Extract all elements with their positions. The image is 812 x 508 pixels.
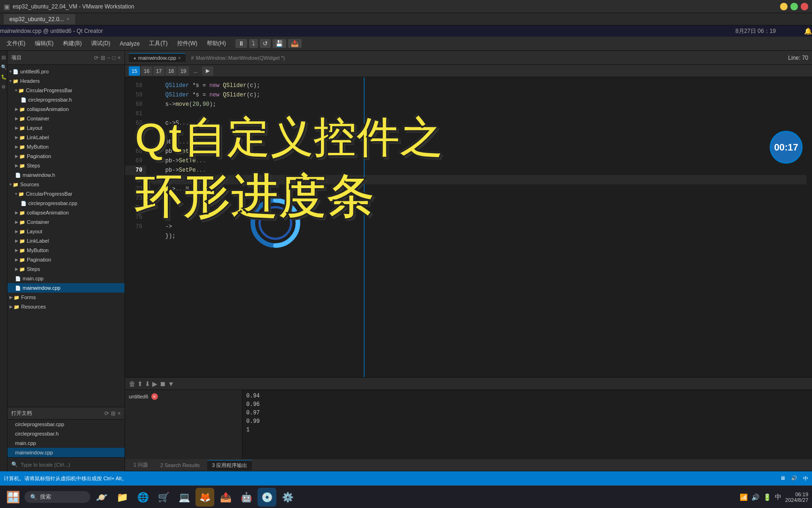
taskbar-app-vmware[interactable]: 💿 bbox=[258, 488, 276, 507]
tree-item-circular-h[interactable]: ▾ 📁 CircularProgressBar bbox=[8, 86, 125, 95]
of-filter-icon[interactable]: ⊞ bbox=[111, 410, 116, 417]
output-config-btn[interactable]: ▼ bbox=[168, 380, 174, 388]
tree-item-pagination-s[interactable]: ▶ 📁 Pagination bbox=[8, 255, 125, 264]
menu-edit[interactable]: 编辑(E) bbox=[31, 38, 57, 49]
page-btn-15[interactable]: 15 bbox=[129, 66, 140, 76]
open-file-circle-cpp[interactable]: circleprogressbar.cpp bbox=[8, 420, 125, 429]
output-tab-appoutput[interactable]: 3 应用程序输出 bbox=[207, 460, 252, 470]
tree-item-circular-s[interactable]: ▾ 📁 CircularProgressBar bbox=[8, 189, 125, 198]
close-btn[interactable] bbox=[801, 3, 808, 10]
close-sidebar-icon[interactable]: × bbox=[117, 55, 121, 61]
tree-item-circle-h[interactable]: 📄 circleprogressbar.h bbox=[8, 95, 125, 104]
save-btn[interactable]: 💾 bbox=[273, 39, 286, 48]
filter-icon[interactable]: ⊞ bbox=[101, 55, 105, 61]
of-sync-icon[interactable]: ⟳ bbox=[104, 410, 109, 417]
menu-analyze[interactable]: Analyze bbox=[116, 39, 144, 49]
battery-icon[interactable]: 🔋 bbox=[763, 493, 771, 501]
tree-item-sources[interactable]: ▾ 📁 Sources bbox=[8, 180, 125, 189]
page-btn-16[interactable]: 16 bbox=[141, 66, 152, 76]
menu-help[interactable]: 帮助(H) bbox=[203, 38, 230, 49]
output-clear-btn[interactable]: 🗑 bbox=[129, 380, 135, 388]
vm-tab-close[interactable]: × bbox=[67, 16, 70, 22]
taskbar-app-robot[interactable]: 🤖 bbox=[237, 488, 256, 507]
output-item-untitled6[interactable]: untitled6 ✕ bbox=[125, 392, 242, 401]
activity-search-icon[interactable]: 🔍 bbox=[1, 64, 7, 70]
of-close-icon[interactable]: × bbox=[117, 410, 121, 417]
tree-item-layout-h[interactable]: ▶ 📁 Layout bbox=[8, 123, 125, 133]
lang-indicator[interactable]: 中 bbox=[775, 493, 781, 501]
tree-item-collapse-s[interactable]: ▶ 📁 collapseAnimation bbox=[8, 208, 125, 217]
tree-item-linklabel-s[interactable]: ▶ 📁 LinkLabel bbox=[8, 236, 125, 246]
open-file-mainwindow-cpp[interactable]: mainwindow.cpp bbox=[8, 448, 125, 457]
tree-item-forms[interactable]: ▶ 📁 Forms bbox=[8, 293, 125, 302]
reload-btn[interactable]: ↺ bbox=[260, 39, 271, 48]
taskbar-app-dev[interactable]: 💻 bbox=[175, 488, 194, 507]
taskbar-app-gear[interactable]: ⚙️ bbox=[278, 488, 297, 507]
taskbar-app-saturn[interactable]: 🪐 bbox=[92, 488, 111, 507]
taskbar-app-store[interactable]: 🛒 bbox=[154, 488, 173, 507]
taskbar-app-files[interactable]: 📁 bbox=[113, 488, 132, 507]
open-file-main-cpp[interactable]: main.cpp bbox=[8, 438, 125, 448]
tree-item-linklabel-h[interactable]: ▶ 📁 LinkLabel bbox=[8, 133, 125, 142]
activity-files-icon[interactable]: ▤ bbox=[1, 55, 6, 60]
output-scroll-down-btn[interactable]: ⬇ bbox=[145, 380, 150, 388]
open-file-circle-h[interactable]: circleprogressbar.h bbox=[8, 429, 125, 438]
taskbar-app-fox[interactable]: 🦊 bbox=[195, 488, 214, 507]
tree-item-steps-s[interactable]: ▶ 📁 Steps bbox=[8, 264, 125, 274]
activity-debug-icon[interactable]: 🐛 bbox=[1, 74, 7, 79]
output-scroll-up-btn[interactable]: ⬆ bbox=[137, 380, 143, 388]
tree-item-headers[interactable]: ▾ 📁 Headers bbox=[8, 76, 125, 86]
editor-tab-close[interactable]: × bbox=[178, 56, 181, 61]
page-btn-18[interactable]: 18 bbox=[165, 66, 177, 76]
wifi-icon[interactable]: 📶 bbox=[740, 493, 748, 501]
menu-build[interactable]: 构建(B) bbox=[59, 38, 86, 49]
tree-item-container-h[interactable]: ▶ 📁 Container bbox=[8, 114, 125, 123]
tree-item-collapse[interactable]: ▶ 📁 collapseAnimation bbox=[8, 104, 125, 114]
volume-icon[interactable]: 🔊 bbox=[751, 493, 759, 501]
output-run-btn[interactable]: ▶ bbox=[152, 380, 157, 388]
tree-item-mainwindow-cpp[interactable]: 📄 mainwindow.cpp bbox=[8, 283, 125, 293]
tree-item-main-cpp[interactable]: 📄 main.cpp bbox=[8, 274, 125, 283]
menu-file[interactable]: 文件(E) bbox=[3, 38, 29, 49]
output-stop-btn[interactable]: ⏹ bbox=[159, 380, 166, 388]
tree-item-mybutton-h[interactable]: ▶ 📁 MyButton bbox=[8, 142, 125, 151]
start-button[interactable]: 🪟 bbox=[4, 488, 23, 507]
taskbar-search[interactable]: 🔍 搜索 bbox=[24, 491, 90, 503]
activity-settings-icon[interactable]: ⚙ bbox=[1, 84, 6, 89]
page-btn-17[interactable]: 17 bbox=[153, 66, 164, 76]
menu-tools[interactable]: 工具(T) bbox=[145, 38, 171, 49]
tree-item-container-s[interactable]: ▶ 📁 Container bbox=[8, 217, 125, 227]
taskbar-app-filezilla[interactable]: 📤 bbox=[216, 488, 235, 507]
tree-item-project[interactable]: ▾ 📄 untitled6.pro bbox=[8, 67, 125, 76]
output-tab-search[interactable]: 2 Search Results bbox=[156, 461, 204, 469]
code-editor[interactable]: 58 59 60 61 62 66 67 68 69 70 71 72 73 bbox=[125, 77, 812, 377]
bell-icon[interactable]: 🔔 bbox=[804, 27, 812, 35]
send-btn[interactable]: 📤 bbox=[288, 39, 302, 48]
sidebar-search-input[interactable] bbox=[21, 462, 121, 468]
taskbar-app-browser[interactable]: 🌐 bbox=[133, 488, 152, 507]
menu-debug[interactable]: 调试(D) bbox=[87, 38, 114, 49]
app-output-close[interactable]: ✕ bbox=[151, 393, 158, 400]
menu-controls[interactable]: 控件(W) bbox=[173, 38, 201, 49]
sync-icon[interactable]: ⟳ bbox=[94, 55, 99, 61]
tree-item-mybutton-s[interactable]: ▶ 📁 MyButton bbox=[8, 246, 125, 255]
page-btn-dots[interactable]: ... bbox=[190, 66, 201, 76]
step-btn[interactable]: ⤵ bbox=[249, 39, 258, 48]
minimize-btn[interactable] bbox=[780, 3, 788, 10]
output-tab-issues[interactable]: 1 问题 bbox=[129, 460, 153, 470]
tree-item-steps-h[interactable]: ▶ 📁 Steps bbox=[8, 161, 125, 170]
tree-item-layout-s[interactable]: ▶ 📁 Layout bbox=[8, 227, 125, 236]
tree-item-resources[interactable]: ▶ 📁 Resources bbox=[8, 302, 125, 311]
maximize-btn[interactable] bbox=[790, 3, 798, 10]
editor-tab-mainwindow[interactable]: ● mainwindow.cpp × bbox=[129, 53, 186, 62]
tree-item-pagination-h[interactable]: ▶ 📁 Pagination bbox=[8, 151, 125, 161]
pause-btn[interactable]: ⏸ bbox=[235, 39, 247, 48]
code-content[interactable]: QSlider *s = new QSlider(c); QSlider *s … bbox=[146, 77, 812, 377]
tree-item-mainwindow-h[interactable]: 📄 mainwindow.h bbox=[8, 170, 125, 180]
page-btn-19[interactable]: 19 bbox=[178, 66, 189, 76]
vm-tab[interactable]: esp32_ubuntu_22.0... × bbox=[4, 14, 75, 24]
expand-icon[interactable]: □ bbox=[112, 55, 116, 61]
page-btn-next[interactable]: ▶ bbox=[202, 66, 213, 76]
tree-item-circle-cpp[interactable]: 📄 circleprogressbar.cpp bbox=[8, 198, 125, 208]
collapse-icon[interactable]: − bbox=[107, 55, 110, 61]
